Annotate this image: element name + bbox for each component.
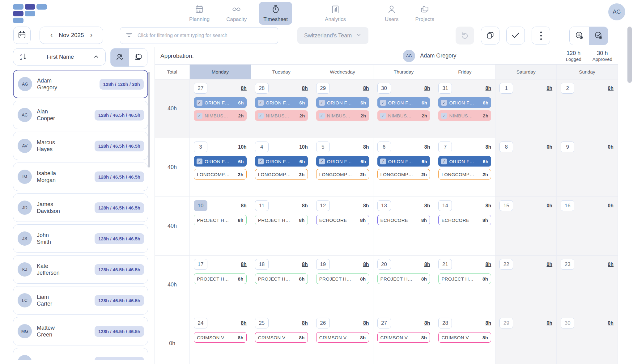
time-entry[interactable]: ECHOCORE8h bbox=[377, 215, 430, 225]
approved-checkbox-icon[interactable]: ✓ bbox=[197, 113, 202, 119]
time-entry[interactable]: ECHOCORE8h bbox=[438, 215, 491, 225]
filter-search[interactable] bbox=[120, 27, 278, 44]
approved-checkbox-icon[interactable]: ✓ bbox=[319, 159, 325, 164]
day-total-hours[interactable]: 0h bbox=[546, 320, 552, 326]
day-cell[interactable]: 10h bbox=[495, 79, 557, 138]
day-total-hours[interactable]: 8h bbox=[363, 262, 369, 267]
day-cell[interactable]: 258hCRIMSON V…8h bbox=[251, 314, 312, 364]
day-total-hours[interactable]: 8h bbox=[424, 86, 430, 91]
day-cell[interactable]: 20h bbox=[557, 79, 618, 138]
team-selector[interactable]: Switzerland's Team bbox=[297, 27, 368, 44]
day-cell[interactable]: 218hPROJECT H…8h bbox=[434, 256, 495, 314]
time-entry[interactable]: ✓ORION F…6h bbox=[194, 156, 247, 167]
person-card[interactable]: IMIsabellaMorgan128h / 46.5h / 46.5h bbox=[13, 163, 148, 191]
day-total-hours[interactable]: 0h bbox=[546, 144, 552, 150]
day-total-hours[interactable]: 8h bbox=[302, 203, 308, 209]
time-entry[interactable]: ✓NIMBUS…2h bbox=[438, 110, 491, 121]
approved-checkbox-icon[interactable]: ✓ bbox=[258, 159, 264, 164]
day-cell[interactable]: 150h bbox=[495, 197, 557, 256]
day-total-hours[interactable]: 8h bbox=[424, 320, 430, 326]
day-total-hours[interactable]: 10h bbox=[299, 144, 308, 150]
day-cell[interactable]: 278h✓ORION F…6h✓NIMBUS…2h bbox=[190, 79, 251, 138]
time-entry[interactable]: ✓NIMBUS…2h bbox=[194, 110, 247, 121]
day-column-header[interactable]: Sunday bbox=[557, 65, 618, 79]
time-entry[interactable]: PROJECT H…8h bbox=[377, 273, 430, 284]
time-entry[interactable]: ✓ORION F…6h bbox=[438, 156, 491, 167]
day-total-hours[interactable]: 0h bbox=[546, 262, 552, 267]
approved-checkbox-icon[interactable]: ✓ bbox=[197, 159, 202, 164]
day-total-hours[interactable]: 0h bbox=[608, 203, 614, 209]
time-entry[interactable]: LONGCOMP…2h bbox=[255, 169, 308, 180]
day-total-hours[interactable]: 8h bbox=[363, 320, 369, 326]
day-total-hours[interactable]: 10h bbox=[238, 144, 247, 150]
day-total-hours[interactable]: 0h bbox=[546, 86, 552, 91]
person-card[interactable]: MGMattewGreen128h / 46.5h / 46.5h bbox=[13, 317, 148, 345]
group-view-button[interactable] bbox=[129, 49, 147, 66]
day-cell[interactable]: 410h✓ORION F…6hLONGCOMP…2h bbox=[251, 138, 312, 197]
approved-checkbox-icon[interactable]: ✓ bbox=[258, 100, 264, 106]
next-month-button[interactable]: › bbox=[90, 32, 93, 39]
day-total-hours[interactable]: 8h bbox=[363, 144, 369, 150]
day-cell[interactable]: 298h✓ORION F…6h✓NIMBUS…2h bbox=[312, 79, 373, 138]
nav-item-planning[interactable]: Planning bbox=[185, 2, 214, 25]
sidebar-scrollbar[interactable] bbox=[148, 72, 150, 167]
day-cell[interactable]: 220h bbox=[495, 256, 557, 314]
time-entry[interactable]: LONGCOMP…2h bbox=[194, 169, 247, 180]
day-column-header[interactable]: Wednesday bbox=[312, 65, 373, 79]
filter-input[interactable] bbox=[138, 33, 273, 38]
approved-checkbox-icon[interactable]: ✓ bbox=[380, 100, 386, 106]
person-card[interactable]: ACAlanCooper128h / 46.5h / 46.5h bbox=[13, 101, 148, 129]
person-card[interactable]: AGAdamGregory128h / 120h / 30h bbox=[13, 70, 148, 98]
approved-checkbox-icon[interactable]: ✓ bbox=[380, 159, 386, 164]
time-entry[interactable]: ✓ORION F…6h bbox=[255, 156, 308, 167]
approved-checkbox-icon[interactable]: ✓ bbox=[258, 113, 264, 119]
nav-item-users[interactable]: Users bbox=[380, 2, 403, 25]
time-entry[interactable]: ✓ORION F…6h bbox=[316, 97, 369, 108]
day-column-header[interactable]: Friday bbox=[434, 65, 495, 79]
day-cell[interactable]: 80h bbox=[495, 138, 557, 197]
time-entry[interactable]: PROJECT H…8h bbox=[255, 215, 308, 225]
time-entry[interactable]: PROJECT H…8h bbox=[438, 273, 491, 284]
day-column-header[interactable]: Tuesday bbox=[251, 65, 312, 79]
approved-checkbox-icon[interactable]: ✓ bbox=[319, 113, 325, 119]
user-avatar[interactable]: AG bbox=[608, 3, 625, 20]
day-cell[interactable]: 310h✓ORION F…6hLONGCOMP…2h bbox=[190, 138, 251, 197]
sort-selector[interactable]: AZ First Name bbox=[13, 48, 106, 66]
day-total-hours[interactable]: 0h bbox=[608, 262, 614, 267]
day-total-hours[interactable]: 8h bbox=[486, 203, 491, 209]
nav-item-capacity[interactable]: Capacity bbox=[222, 2, 251, 25]
day-cell[interactable]: 90h bbox=[557, 138, 618, 197]
more-options-button[interactable] bbox=[532, 27, 550, 44]
day-total-hours[interactable]: 8h bbox=[241, 320, 247, 326]
approved-checkbox-icon[interactable]: ✓ bbox=[441, 113, 447, 119]
time-entry[interactable]: ✓ORION F…6h bbox=[438, 97, 491, 108]
day-cell[interactable]: 198hPROJECT H…8h bbox=[312, 256, 373, 314]
person-card[interactable]: LCLiamCarter128h / 46.5h / 46.5h bbox=[13, 286, 148, 315]
day-total-hours[interactable]: 8h bbox=[302, 262, 308, 267]
day-column-header[interactable]: Thursday bbox=[373, 65, 435, 79]
time-entry[interactable]: ✓NIMBUS…2h bbox=[255, 110, 308, 121]
day-column-header[interactable]: Monday bbox=[190, 65, 251, 79]
day-cell[interactable]: 248hCRIMSON V…8h bbox=[190, 314, 251, 364]
person-card[interactable]: KJKateJefferson128h / 46.5h / 46.5h bbox=[13, 255, 148, 284]
day-cell[interactable]: 128hECHOCORE8h bbox=[312, 197, 373, 256]
time-entry[interactable]: ✓ORION F…6h bbox=[377, 97, 430, 108]
day-total-hours[interactable]: 8h bbox=[241, 86, 247, 91]
day-cell[interactable]: 118hPROJECT H…8h bbox=[251, 197, 312, 256]
day-total-hours[interactable]: 8h bbox=[486, 262, 491, 267]
undo-button[interactable] bbox=[456, 27, 474, 44]
time-entry[interactable]: ✓ORION F…6h bbox=[316, 156, 369, 167]
day-cell[interactable]: 68h✓ORION F…6hLONGCOMP…2h bbox=[373, 138, 435, 197]
day-cell[interactable]: 318h✓ORION F…6h✓NIMBUS…2h bbox=[434, 79, 495, 138]
person-card[interactable]: JSJohnSmith128h / 46.5h / 46.5h bbox=[13, 224, 148, 253]
day-total-hours[interactable]: 8h bbox=[486, 320, 491, 326]
approved-checkbox-icon[interactable]: ✓ bbox=[319, 100, 325, 106]
person-card[interactable]: PSPhilipp128h / 46.5h / 46.5h bbox=[13, 348, 148, 360]
time-entry[interactable]: ECHOCORE8h bbox=[316, 215, 369, 225]
approved-checkbox-icon[interactable]: ✓ bbox=[441, 100, 447, 106]
nav-item-projects[interactable]: Projects bbox=[411, 2, 438, 25]
day-total-hours[interactable]: 0h bbox=[546, 203, 552, 209]
day-column-header[interactable]: Saturday bbox=[495, 65, 557, 79]
day-cell[interactable]: 58h✓ORION F…6hLONGCOMP…2h bbox=[312, 138, 373, 197]
day-cell[interactable]: 178hPROJECT H…8h bbox=[190, 256, 251, 314]
